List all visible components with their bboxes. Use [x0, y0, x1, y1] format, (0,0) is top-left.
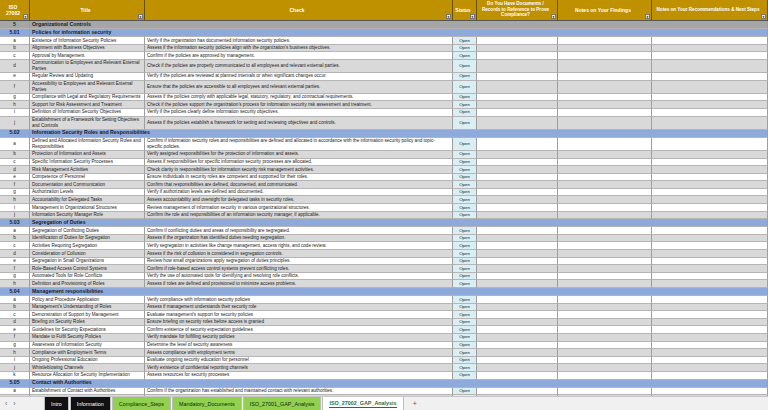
findings-cell[interactable] — [558, 372, 652, 380]
status-cell[interactable]: Open — [453, 349, 477, 357]
title-cell[interactable]: Alignment with Business Objectives — [30, 45, 145, 53]
sheet-tab-intro[interactable]: Intro — [44, 397, 69, 410]
check-cell[interactable]: Assess accountability and oversight for … — [145, 196, 453, 204]
row-id-cell[interactable]: d — [0, 250, 30, 258]
findings-cell[interactable] — [558, 52, 652, 60]
check-cell[interactable]: Verify segregation in activities like ch… — [145, 242, 453, 250]
documents-cell[interactable] — [477, 319, 558, 327]
row-id-cell[interactable]: d — [0, 166, 30, 174]
row-id-cell[interactable]: g — [0, 189, 30, 197]
findings-cell[interactable] — [558, 174, 652, 182]
check-cell[interactable]: Check if the policies support the organi… — [145, 101, 453, 109]
row-id-cell[interactable]: c — [0, 159, 30, 167]
status-cell[interactable]: Open — [453, 388, 477, 396]
documents-cell[interactable] — [477, 174, 558, 182]
check-cell[interactable]: Confirm the role and responsibilities of… — [145, 212, 453, 220]
findings-cell[interactable] — [558, 204, 652, 212]
documents-cell[interactable] — [477, 60, 558, 73]
recommendations-cell[interactable] — [652, 73, 768, 81]
check-cell[interactable]: Check clarity in responsibilities for in… — [145, 166, 453, 174]
status-cell[interactable]: Open — [453, 181, 477, 189]
documents-cell[interactable] — [477, 258, 558, 266]
row-id-cell[interactable]: d — [0, 319, 30, 327]
documents-cell[interactable] — [477, 73, 558, 81]
title-cell[interactable]: Accountability for Delegated Tasks — [30, 196, 145, 204]
documents-cell[interactable] — [477, 250, 558, 258]
status-cell[interactable]: Open — [453, 109, 477, 117]
title-cell[interactable]: Establishment of Contact with Authoritie… — [30, 388, 145, 396]
recommendations-cell[interactable] — [652, 60, 768, 73]
recommendations-cell[interactable] — [652, 189, 768, 197]
check-cell[interactable]: Verify the use of automated tools for id… — [145, 273, 453, 281]
title-cell[interactable]: Automated Tools for Role Conflicts — [30, 273, 145, 281]
findings-cell[interactable] — [558, 326, 652, 334]
row-id-cell[interactable]: b — [0, 304, 30, 312]
title-cell[interactable]: Existence of Information Security Polici… — [30, 37, 145, 45]
row-id-cell[interactable]: i — [0, 204, 30, 212]
status-cell[interactable]: Open — [453, 94, 477, 102]
row-id-cell[interactable]: c — [0, 242, 30, 250]
subsection-title-cell[interactable]: Contact with Authorities — [30, 380, 768, 388]
row-id-cell[interactable]: h — [0, 280, 30, 288]
filter-button[interactable]: ▾ — [551, 14, 556, 19]
status-cell[interactable]: Open — [453, 204, 477, 212]
filter-button[interactable]: ▾ — [446, 14, 451, 19]
check-cell[interactable]: Assess if responsibilities for specific … — [145, 159, 453, 167]
row-id-cell[interactable]: e — [0, 258, 30, 266]
row-id-cell[interactable]: g — [0, 342, 30, 350]
findings-cell[interactable] — [558, 81, 652, 94]
findings-cell[interactable] — [558, 311, 652, 319]
recommendations-cell[interactable] — [652, 334, 768, 342]
documents-cell[interactable] — [477, 159, 558, 167]
recommendations-cell[interactable] — [652, 109, 768, 117]
status-cell[interactable]: Open — [453, 174, 477, 182]
row-id-cell[interactable]: h — [0, 349, 30, 357]
documents-cell[interactable] — [477, 227, 558, 235]
documents-cell[interactable] — [477, 273, 558, 281]
recommendations-cell[interactable] — [652, 45, 768, 53]
sheet-nav-left-icon[interactable]: ‹ — [5, 400, 7, 407]
recommendations-cell[interactable] — [652, 81, 768, 94]
status-cell[interactable]: Open — [453, 81, 477, 94]
status-cell[interactable]: Open — [453, 151, 477, 159]
recommendations-cell[interactable] — [652, 101, 768, 109]
documents-cell[interactable] — [477, 388, 558, 396]
documents-cell[interactable] — [477, 189, 558, 197]
recommendations-cell[interactable] — [652, 273, 768, 281]
findings-cell[interactable] — [558, 159, 652, 167]
check-cell[interactable]: Assess resources for security processes — [145, 372, 453, 380]
documents-cell[interactable] — [477, 334, 558, 342]
title-cell[interactable]: Regular Review and Updating — [30, 73, 145, 81]
documents-cell[interactable] — [477, 311, 558, 319]
status-cell[interactable]: Open — [453, 227, 477, 235]
column-header-iso-27002[interactable]: ISO 27002 ▾ — [0, 0, 30, 21]
documents-cell[interactable] — [477, 372, 558, 380]
documents-cell[interactable] — [477, 212, 558, 220]
findings-cell[interactable] — [558, 151, 652, 159]
status-cell[interactable]: Open — [453, 364, 477, 372]
title-cell[interactable]: Role-Based Access Control Systems — [30, 265, 145, 273]
row-id-cell[interactable]: i — [0, 109, 30, 117]
findings-cell[interactable] — [558, 196, 652, 204]
findings-cell[interactable] — [558, 109, 652, 117]
check-cell[interactable]: Verify mandate for fulfilling security p… — [145, 334, 453, 342]
row-id-cell[interactable]: e — [0, 73, 30, 81]
check-cell[interactable]: Ensure briefing on security roles before… — [145, 319, 453, 327]
check-cell[interactable]: Verify compliance with information secur… — [145, 296, 453, 304]
check-cell[interactable]: Review how small organizations apply seg… — [145, 258, 453, 266]
sheet-tab-iso-27002-gap-analysis[interactable]: ISO_27002_GAP_Analysis — [322, 397, 403, 410]
findings-cell[interactable] — [558, 250, 652, 258]
recommendations-cell[interactable] — [652, 304, 768, 312]
documents-cell[interactable] — [477, 81, 558, 94]
recommendations-cell[interactable] — [652, 138, 768, 151]
filter-button[interactable]: ▾ — [470, 14, 475, 19]
check-cell[interactable]: Confirm existence of security expectatio… — [145, 326, 453, 334]
title-cell[interactable]: Activities Requiring Segregation — [30, 242, 145, 250]
row-id-cell[interactable]: g — [0, 273, 30, 281]
title-cell[interactable]: Guidelines for Security Expectations — [30, 326, 145, 334]
filter-button[interactable]: ▾ — [645, 14, 650, 19]
documents-cell[interactable] — [477, 117, 558, 130]
recommendations-cell[interactable] — [652, 196, 768, 204]
recommendations-cell[interactable] — [652, 235, 768, 243]
findings-cell[interactable] — [558, 60, 652, 73]
